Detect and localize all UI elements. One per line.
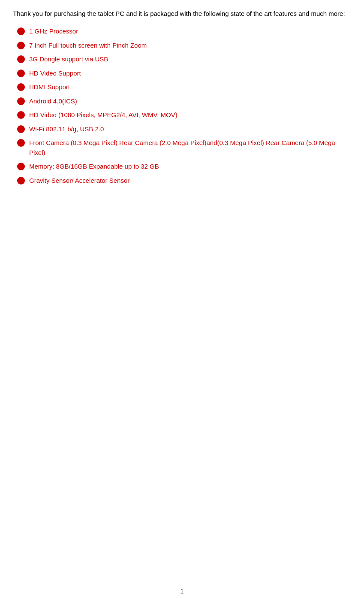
bullet-icon: [17, 163, 25, 170]
list-item: 1 GHz Processor: [17, 27, 351, 36]
bullet-icon: [17, 125, 25, 133]
bullet-icon: [17, 70, 25, 77]
list-item: HD Video (1080 Pixels, MPEG2/4, AVI, WMV…: [17, 110, 351, 120]
features-list: 1 GHz Processor7 Inch Full touch screen …: [17, 27, 351, 185]
intro-paragraph: Thank you for purchasing the tablet PC a…: [13, 9, 351, 19]
bullet-icon: [17, 83, 25, 91]
bullet-icon: [17, 42, 25, 49]
bullet-icon: [17, 27, 25, 35]
feature-text: Memory: 8GB/16GB Expandable up to 32 GB: [29, 162, 351, 172]
feature-text: HD Video (1080 Pixels, MPEG2/4, AVI, WMV…: [29, 110, 351, 120]
bullet-icon: [17, 111, 25, 119]
feature-text: HD Video Support: [29, 69, 351, 79]
feature-text: 1 GHz Processor: [29, 27, 351, 36]
list-item: Gravity Sensor/ Accelerator Sensor: [17, 176, 351, 186]
list-item: HD Video Support: [17, 69, 351, 79]
bullet-icon: [17, 177, 25, 185]
list-item: Wi-Fi 802.11 b/g, USB 2.0: [17, 124, 351, 134]
feature-text: 7 Inch Full touch screen with Pinch Zoom: [29, 41, 351, 51]
feature-text: Front Camera (0.3 Mega Pixel) Rear Camer…: [29, 138, 351, 157]
feature-text: 3G Dongle support via USB: [29, 54, 351, 64]
bullet-icon: [17, 139, 25, 147]
list-item: Android 4.0(ICS): [17, 97, 351, 106]
list-item: HDMI Support: [17, 82, 351, 92]
feature-text: HDMI Support: [29, 82, 351, 92]
page-number: 1: [13, 588, 351, 595]
page-wrapper: Thank you for purchasing the tablet PC a…: [13, 9, 351, 599]
list-item: 3G Dongle support via USB: [17, 54, 351, 64]
bullet-icon: [17, 97, 25, 105]
list-item: Memory: 8GB/16GB Expandable up to 32 GB: [17, 162, 351, 172]
feature-text: Gravity Sensor/ Accelerator Sensor: [29, 176, 351, 186]
list-item: Front Camera (0.3 Mega Pixel) Rear Camer…: [17, 138, 351, 157]
feature-text: Wi-Fi 802.11 b/g, USB 2.0: [29, 124, 351, 134]
bullet-icon: [17, 55, 25, 63]
list-item: 7 Inch Full touch screen with Pinch Zoom: [17, 41, 351, 51]
feature-text: Android 4.0(ICS): [29, 97, 351, 106]
